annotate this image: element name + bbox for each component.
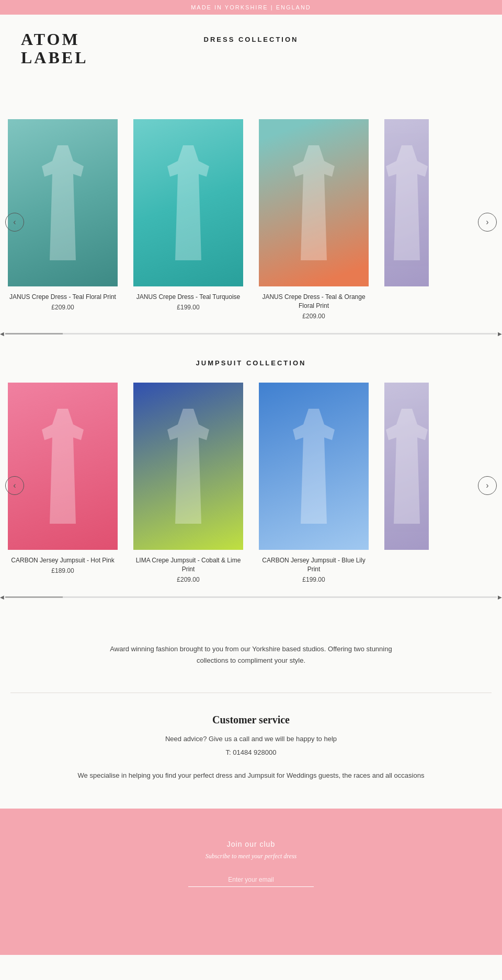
- email-input[interactable]: [188, 873, 314, 887]
- product-price: £199.00: [259, 576, 369, 583]
- product-price: £209.00: [259, 313, 369, 320]
- customer-service-phone: T: 01484 928000: [21, 746, 481, 759]
- scroll-thumb: [5, 333, 63, 335]
- customer-service-section: Customer service Need advice? Give us a …: [0, 698, 502, 809]
- header: ATOM LABEL DRESS COLLECTION: [0, 15, 502, 72]
- jumpsuit-section-title: JUMPSUIT COLLECTION: [0, 359, 502, 367]
- join-title: Join our club: [21, 840, 481, 848]
- product-card[interactable]: CARBON Jersey Jumpsuit - Blue Lily Print…: [251, 377, 376, 594]
- jumpsuit-next-button[interactable]: ›: [478, 476, 497, 495]
- product-name: CARBON Jersey Jumpsuit - Blue Lily Print: [259, 556, 369, 574]
- product-image: [133, 119, 243, 286]
- chevron-right-icon: ›: [486, 481, 488, 490]
- footer-description-text: Award winning fashion brought to you fro…: [105, 643, 397, 666]
- product-price: £189.00: [8, 567, 118, 574]
- product-name: LIMA Crepe Jumpsuit - Cobalt & Lime Prin…: [133, 556, 243, 574]
- product-price: £209.00: [8, 304, 118, 311]
- product-card[interactable]: JANUS Crepe Dress - Teal & Orange Floral…: [251, 114, 376, 330]
- scroll-right-arrow[interactable]: ▶: [498, 594, 502, 600]
- dress-next-button[interactable]: ›: [478, 213, 497, 232]
- product-price: £199.00: [133, 304, 243, 311]
- product-card[interactable]: [376, 114, 437, 330]
- dress-scroll-bar: ◀ ▶: [0, 333, 502, 338]
- product-image: [8, 119, 118, 286]
- product-name: JANUS Crepe Dress - Teal Floral Print: [8, 293, 118, 302]
- scroll-track: [5, 596, 497, 598]
- product-card[interactable]: [376, 377, 437, 594]
- product-image: [259, 119, 369, 286]
- scroll-left-arrow[interactable]: ◀: [0, 331, 4, 337]
- customer-service-line1: Need advice? Give us a call and we will …: [21, 732, 481, 746]
- product-image: [384, 383, 429, 550]
- divider: [10, 693, 492, 693]
- product-name: JANUS Crepe Dress - Teal Turquoise: [133, 293, 243, 302]
- jumpsuit-prev-button[interactable]: ‹: [5, 476, 24, 495]
- customer-service-line2: We specialise in helping you find your p…: [21, 769, 481, 782]
- top-banner: MADE IN YORKSHIRE | ENGLAND: [0, 0, 502, 15]
- product-price: £209.00: [133, 576, 243, 583]
- jumpsuit-carousel: ‹ › CARBON Jersey Jumpsuit - Hot Pink£18…: [0, 377, 502, 594]
- product-image: [384, 119, 429, 286]
- customer-service-title: Customer service: [21, 714, 481, 726]
- footer-description: Award winning fashion brought to you fro…: [0, 617, 502, 687]
- product-name: CARBON Jersey Jumpsuit - Hot Pink: [8, 556, 118, 565]
- product-image: [8, 383, 118, 550]
- dress-prev-button[interactable]: ‹: [5, 213, 24, 232]
- product-name: JANUS Crepe Dress - Teal & Orange Floral…: [259, 293, 369, 310]
- scroll-right-arrow[interactable]: ▶: [498, 331, 502, 337]
- product-card[interactable]: LIMA Crepe Jumpsuit - Cobalt & Lime Prin…: [126, 377, 251, 594]
- chevron-left-icon: ‹: [13, 481, 16, 490]
- join-subtitle: Subscribe to meet your perfect dress: [21, 852, 481, 860]
- chevron-right-icon: ›: [486, 217, 488, 227]
- banner-text: MADE IN YORKSHIRE | ENGLAND: [191, 4, 311, 10]
- product-image: [259, 383, 369, 550]
- jumpsuit-scroll-bar: ◀ ▶: [0, 596, 502, 602]
- dress-collection-title: DRESS COLLECTION: [0, 36, 502, 43]
- scroll-left-arrow[interactable]: ◀: [0, 594, 4, 600]
- dress-products-row: JANUS Crepe Dress - Teal Floral Print£20…: [0, 114, 502, 330]
- pink-footer: Join our club Subscribe to meet your per…: [0, 809, 502, 955]
- product-card[interactable]: JANUS Crepe Dress - Teal Turquoise£199.0…: [126, 114, 251, 330]
- scroll-thumb: [5, 596, 63, 598]
- product-image: [133, 383, 243, 550]
- logo-line2: LABEL: [21, 49, 88, 67]
- scroll-track: [5, 333, 497, 335]
- dress-carousel: ‹ › JANUS Crepe Dress - Teal Floral Prin…: [0, 114, 502, 330]
- jumpsuit-products-row: CARBON Jersey Jumpsuit - Hot Pink£189.00…: [0, 377, 502, 594]
- chevron-left-icon: ‹: [13, 217, 16, 227]
